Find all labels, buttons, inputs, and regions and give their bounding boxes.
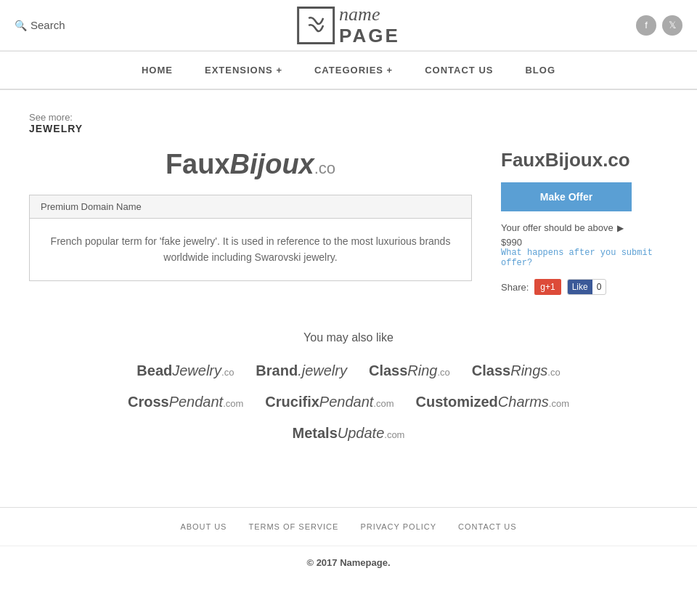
search-label: Search: [30, 19, 65, 31]
facebook-like-button[interactable]: Like 0: [567, 279, 607, 295]
share-row: Share: g+1 Like 0: [501, 279, 668, 295]
domain-right: FauxBijoux.co Make Offer Your offer shou…: [501, 149, 668, 295]
logo-faux: Faux: [166, 149, 230, 179]
see-more-label: See more:: [29, 112, 668, 123]
main-content: See more: JEWELRY FauxBijoux.co Premium …: [0, 90, 697, 463]
nav-link-home[interactable]: HOME: [126, 52, 189, 89]
domain-link-customizedcharms[interactable]: CustomizedCharms.com: [416, 394, 570, 410]
domain-link-crucifixpendant[interactable]: CrucifixPendant.com: [265, 394, 394, 410]
logo[interactable]: name PAGE: [297, 4, 400, 46]
footer-brand: Namepage.: [340, 557, 390, 568]
main-nav: HOME EXTENSIONS + CATEGORIES + CONTACT U…: [0, 51, 697, 90]
nav-link-contact[interactable]: CONTACT US: [409, 52, 509, 89]
logo-text: name PAGE: [339, 4, 400, 46]
logo-ext: .co: [314, 159, 335, 177]
domain-box-header: Premium Domain Name: [30, 195, 471, 219]
footer-link-contact[interactable]: CONTACT US: [458, 522, 517, 531]
domain-showcase: FauxBijoux.co Premium Domain Name French…: [29, 149, 668, 295]
logo-icon: [297, 7, 335, 44]
google-plus-button[interactable]: g+1: [534, 279, 561, 295]
nav-link-blog[interactable]: BLOG: [509, 52, 571, 89]
fb-count: 0: [592, 280, 606, 294]
make-offer-button[interactable]: Make Offer: [501, 182, 632, 211]
offer-amount: $990: [501, 237, 668, 248]
site-header: 🔍 Search name PAGE f 𝕏: [0, 0, 697, 51]
nav-link-extensions[interactable]: EXTENSIONS +: [189, 52, 298, 89]
nav-item-contact[interactable]: CONTACT US: [409, 52, 509, 89]
domain-link-crosspendant[interactable]: CrossPendant.com: [128, 394, 243, 410]
category-label: JEWELRY: [29, 123, 668, 134]
nav-link-categories[interactable]: CATEGORIES +: [298, 52, 409, 89]
also-like-section: You may also like BeadJewelry.co Brand.j…: [29, 331, 668, 442]
domain-title: FauxBijoux.co: [501, 149, 668, 171]
domain-link-classrings[interactable]: ClassRings.co: [472, 362, 561, 379]
nav-item-extensions[interactable]: EXTENSIONS +: [189, 52, 298, 89]
domain-description: French popular term for 'fake jewelry'. …: [30, 219, 471, 280]
domain-logo: FauxBijoux.co: [29, 149, 472, 180]
offer-info: Your offer should be above ▶: [501, 222, 668, 233]
footer-link-about[interactable]: ABOUT US: [180, 522, 227, 531]
what-happens-link[interactable]: What happens after you submit offer?: [501, 248, 668, 268]
nav-list: HOME EXTENSIONS + CATEGORIES + CONTACT U…: [0, 52, 697, 89]
also-like-title: You may also like: [29, 331, 668, 344]
breadcrumb: See more: JEWELRY: [29, 112, 668, 134]
nav-item-blog[interactable]: BLOG: [509, 52, 571, 89]
nav-item-categories[interactable]: CATEGORIES +: [298, 52, 409, 89]
domain-row-2: CrossPendant.com CrucifixPendant.com Cus…: [29, 394, 668, 410]
twitter-icon[interactable]: 𝕏: [662, 15, 682, 36]
logo-bijoux: Bijoux: [230, 149, 314, 179]
domain-left: FauxBijoux.co Premium Domain Name French…: [29, 149, 472, 281]
domain-link-beadjewelry[interactable]: BeadJewelry.co: [136, 362, 234, 379]
footer-copy: © 2017 Namepage.: [0, 546, 697, 579]
offer-arrow-icon: ▶: [617, 223, 624, 233]
domain-link-classring[interactable]: ClassRing.co: [369, 362, 450, 379]
social-icons: f 𝕏: [636, 15, 682, 36]
fb-like-label: Like: [568, 280, 592, 294]
domain-grid: BeadJewelry.co Brand.jewelry ClassRing.c…: [29, 362, 668, 442]
offer-above-label: Your offer should be above: [501, 222, 614, 233]
domain-link-brandjewelry[interactable]: Brand.jewelry: [256, 362, 347, 379]
facebook-icon[interactable]: f: [636, 15, 656, 36]
footer-nav: ABOUT US TERMS OF SERVICE PRIVACY POLICY…: [0, 508, 697, 546]
footer-link-privacy[interactable]: PRIVACY POLICY: [360, 522, 436, 531]
domain-link-metalsupdate[interactable]: MetalsUpdate.com: [293, 425, 405, 442]
footer-link-terms[interactable]: TERMS OF SERVICE: [248, 522, 338, 531]
domain-row-3: MetalsUpdate.com: [29, 425, 668, 442]
search-icon: 🔍: [15, 20, 27, 31]
site-footer: ABOUT US TERMS OF SERVICE PRIVACY POLICY…: [0, 507, 697, 579]
logo-page: PAGE: [339, 25, 400, 46]
logo-name: name: [339, 4, 400, 25]
search-area[interactable]: 🔍 Search: [15, 19, 65, 31]
domain-row-1: BeadJewelry.co Brand.jewelry ClassRing.c…: [29, 362, 668, 379]
domain-info-box: Premium Domain Name French popular term …: [29, 195, 472, 281]
share-label: Share:: [501, 282, 529, 293]
nav-item-home[interactable]: HOME: [126, 52, 189, 89]
footer-copy-year: © 2017: [306, 557, 337, 568]
